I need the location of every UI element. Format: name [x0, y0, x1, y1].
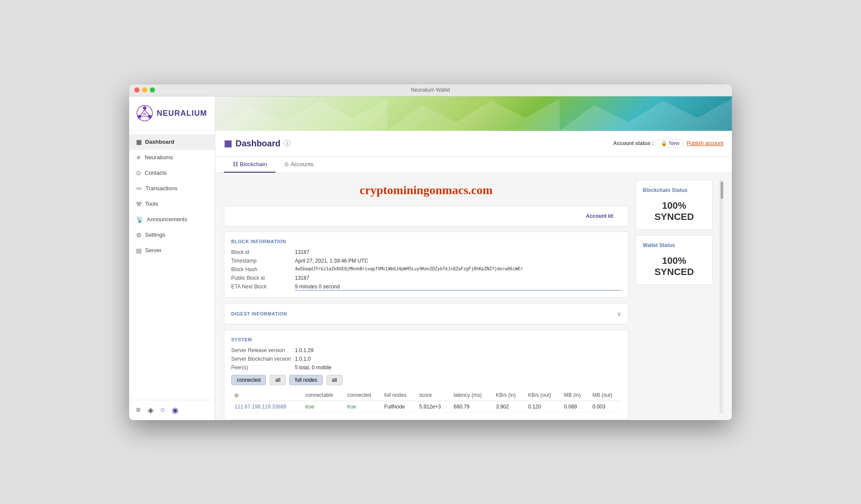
minimize-button[interactable]: [142, 87, 147, 93]
digest-info-title: Digest Information: [231, 311, 287, 316]
titlebar: Neuralium Wallet: [129, 84, 732, 96]
account-status-label: Account status :: [613, 140, 653, 146]
digest-info-card: Digest Information ∨: [224, 303, 629, 325]
block-hash-label: Block Hash: [231, 266, 291, 272]
blockchain-status-value: 100% SYNCED: [643, 200, 706, 223]
announcements-icon: 📡: [136, 216, 143, 223]
sidebar-item-tools[interactable]: ⚒ Tools: [129, 196, 215, 212]
account-id-card: Account Id:: [224, 206, 629, 226]
info-icon[interactable]: i: [284, 140, 291, 147]
tab-accounts[interactable]: ⊙ Accounts: [276, 157, 322, 173]
blockchain-status-card: Blockchain Status 100% SYNCED: [635, 180, 713, 230]
contacts-icon: ⊙: [136, 170, 141, 176]
filter-all2-button[interactable]: all: [326, 375, 343, 385]
system-title: System: [231, 337, 621, 342]
svg-point-1: [143, 106, 146, 110]
footer-icon-circle-filled[interactable]: ◉: [172, 405, 179, 415]
peers-filter: connected all full nodes all: [231, 375, 621, 385]
peer-mb-in: 0.089: [561, 401, 589, 412]
public-block-id-value: 13187: [295, 275, 621, 281]
watermark: cryptominingonmacs.com: [224, 180, 629, 201]
filter-all1-button[interactable]: all: [269, 375, 286, 385]
sidebar-item-transactions[interactable]: ≔ Transactions: [129, 181, 215, 196]
tab-blockchain[interactable]: ⛓ Blockchain: [224, 157, 276, 173]
sidebar-label-neuraliums: Neuraliums: [145, 154, 173, 161]
page-title-text: Dashboard: [235, 139, 280, 148]
footer-icon-list[interactable]: ≡: [136, 405, 141, 415]
filter-fullnodes-button[interactable]: full nodes: [289, 375, 322, 385]
lock-icon: 🔒: [661, 140, 667, 146]
app-body: N NEURALIUM ▦ Dashboard ✳ Neuraliums ⊙ C…: [129, 96, 732, 420]
footer-icon-circle[interactable]: ○: [161, 405, 165, 415]
accounts-tab-label: Accounts: [291, 161, 313, 167]
col-latency: latency (ms): [450, 390, 492, 401]
header-banner: [215, 96, 732, 131]
public-block-id-label: Public Block id: [231, 275, 291, 281]
content-area: cryptominingonmacs.com Account Id: Block…: [215, 173, 732, 420]
col-connectable: connectable: [302, 390, 344, 401]
peer-kbs-in: 3.902: [492, 401, 525, 412]
col-fullnodes: full nodes: [381, 390, 416, 401]
sidebar-label-announcements: Announcements: [147, 216, 187, 223]
server-icon: ▤: [136, 247, 142, 254]
eta-label: ETA Next Block: [231, 284, 291, 291]
timestamp-value: April 27, 2021, 1:39:46 PM UTC: [295, 258, 621, 264]
peer-latency: 680.79: [450, 401, 492, 412]
svg-point-2: [138, 115, 141, 118]
sidebar-item-contacts[interactable]: ⊙ Contacts: [129, 165, 215, 181]
filter-connected-button[interactable]: connected: [231, 375, 266, 385]
wallet-status-value: 100% SYNCED: [643, 255, 706, 278]
col-mb-in: MB (in): [561, 390, 589, 401]
system-info-grid: Server Release version 1.0.1.29 Server B…: [231, 347, 621, 371]
window-title: Neuralium Wallet: [411, 87, 450, 93]
sidebar-label-tools: Tools: [145, 201, 158, 207]
right-panel: Blockchain Status 100% SYNCED Wallet Sta…: [635, 180, 713, 413]
wallet-status-title: Wallet Status: [643, 242, 706, 248]
sidebar-label-server: Server: [145, 247, 161, 254]
main-panel: cryptominingonmacs.com Account Id: Block…: [224, 180, 629, 413]
close-button[interactable]: [134, 87, 139, 93]
dashboard-icon: ▦: [136, 139, 142, 145]
tabs: ⛓ Blockchain ⊙ Accounts: [215, 157, 732, 173]
tools-icon: ⚒: [136, 201, 142, 207]
scrollbar-thumb[interactable]: [721, 182, 723, 199]
block-info-card: Block Information Block id 13187 Timesta…: [224, 232, 629, 298]
logo-area: N NEURALIUM: [129, 96, 215, 131]
server-release-value: 1.0.1.29: [295, 347, 621, 353]
col-kbs-out: KB/s (out): [525, 390, 561, 401]
header-right: Account status : 🔒 New Publish account: [613, 139, 723, 148]
sidebar-item-server[interactable]: ▤ Server: [129, 243, 215, 258]
digest-header[interactable]: Digest Information ∨: [231, 310, 621, 317]
footer-icon-diamond[interactable]: ◈: [148, 405, 154, 415]
eta-value: 9 minutes 0 second: [295, 284, 621, 291]
peer-score: 5.912e+3: [416, 401, 450, 412]
col-score: score: [416, 390, 450, 401]
accounts-tab-icon: ⊙: [284, 161, 289, 167]
svg-point-3: [148, 115, 152, 118]
sidebar-item-dashboard[interactable]: ▦ Dashboard: [129, 134, 215, 150]
peer-kbs-out: 0.120: [525, 401, 561, 412]
sidebar-item-announcements[interactable]: 📡 Announcements: [129, 212, 215, 227]
neuraliums-icon: ✳: [136, 154, 141, 161]
sidebar-item-settings[interactable]: ⚙ Settings: [129, 227, 215, 243]
block-id-value: 13187: [295, 249, 621, 255]
sidebar-label-transactions: Transactions: [146, 185, 177, 192]
scrollbar[interactable]: [720, 180, 723, 413]
wallet-status-card: Wallet Status 100% SYNCED: [635, 235, 713, 285]
app-window: Neuralium Wallet N NEURALIUM: [129, 84, 732, 420]
sidebar-footer: ≡ ◈ ○ ◉: [129, 400, 215, 420]
peer-connected: true: [344, 401, 381, 412]
server-blockchain-label: Server Blockchain version: [231, 356, 291, 362]
peer-mb-out: 0.003: [589, 401, 621, 412]
system-card: System Server Release version 1.0.1.29 S…: [224, 330, 629, 420]
col-connected: connected: [344, 390, 381, 401]
publish-account-button[interactable]: Publish account: [687, 140, 723, 146]
new-badge: 🔒 New: [657, 139, 683, 148]
sidebar-item-neuraliums[interactable]: ✳ Neuraliums: [129, 150, 215, 165]
peer-connectable: true: [302, 401, 344, 412]
maximize-button[interactable]: [150, 87, 155, 93]
account-id-label: Account Id:: [586, 213, 614, 219]
svg-text:N: N: [143, 112, 146, 116]
sidebar-label-settings: Settings: [145, 232, 165, 238]
nav-items: ▦ Dashboard ✳ Neuraliums ⊙ Contacts ≔ Tr…: [129, 131, 215, 400]
